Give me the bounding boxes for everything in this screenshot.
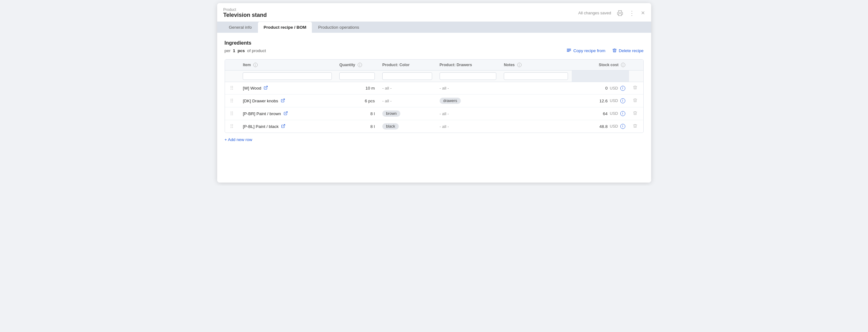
- qty-info-icon[interactable]: i: [358, 63, 362, 67]
- stock-cost-cell: 12.6 USD i: [572, 94, 629, 107]
- filter-drawers-cell: [436, 71, 500, 82]
- stock-info-circle[interactable]: i: [620, 98, 625, 103]
- stock-cost-cell: 64 USD i: [572, 107, 629, 120]
- delete-row-icon[interactable]: [633, 111, 638, 116]
- drawers-tag: drawers: [440, 98, 461, 104]
- filter-color-cell: [378, 71, 436, 82]
- stock-info-circle[interactable]: i: [620, 86, 625, 91]
- drag-handle[interactable]: ⠿: [229, 85, 236, 91]
- stock-info-circle[interactable]: i: [620, 111, 625, 116]
- color-tag: black: [382, 123, 399, 130]
- delete-cell: [629, 82, 643, 94]
- filter-drag-cell: [225, 71, 239, 82]
- filter-qty-input[interactable]: [339, 73, 375, 80]
- filter-stock-cell: [572, 71, 629, 82]
- drawers-all: - all -: [440, 86, 449, 90]
- stock-amount: 48.8: [599, 124, 608, 129]
- table-row: ⠿ [W] Wood 10 m- all -- all - 0 USD i: [225, 82, 643, 94]
- more-icon[interactable]: ⋮: [629, 9, 635, 17]
- drag-handle[interactable]: ⠿: [229, 123, 236, 130]
- filter-item-cell: [239, 71, 336, 82]
- drag-handle[interactable]: ⠿: [229, 111, 236, 117]
- save-status: All changes saved: [578, 10, 611, 15]
- color-all: - all -: [382, 86, 392, 90]
- quantity-value: 8 l: [370, 111, 375, 116]
- header-right: All changes saved ⋮ ✕: [578, 9, 645, 17]
- close-icon[interactable]: ✕: [641, 10, 645, 16]
- filter-actions-cell: [629, 71, 643, 82]
- notes-cell: [500, 107, 572, 120]
- drag-handle-cell: ⠿: [225, 120, 239, 133]
- svg-rect-0: [618, 13, 622, 16]
- app-window: Product Television stand All changes sav…: [217, 3, 651, 183]
- per-pcs-text: per 1 pcs of product: [225, 48, 266, 53]
- item-link-icon[interactable]: [283, 111, 288, 116]
- stock-usd: USD: [610, 99, 618, 103]
- delete-row-icon[interactable]: [633, 98, 638, 104]
- color-cell: - all -: [378, 94, 436, 107]
- svg-line-5: [266, 86, 267, 88]
- notes-cell: [500, 82, 572, 94]
- quantity-value: 6 pcs: [365, 99, 375, 103]
- stock-amount: 12.6: [599, 99, 608, 103]
- stock-info-circle[interactable]: i: [620, 124, 625, 129]
- tab-general-info[interactable]: General info: [223, 22, 258, 33]
- color-cell: - all -: [378, 82, 436, 94]
- th-item: Item i: [239, 60, 336, 71]
- notes-info-icon[interactable]: i: [517, 63, 522, 67]
- ingredients-table: Item i Quantity i Product: Color Product…: [225, 60, 643, 133]
- tab-production-operations[interactable]: Production operations: [312, 22, 365, 33]
- drag-handle-cell: ⠿: [225, 82, 239, 94]
- delete-cell: [629, 94, 643, 107]
- print-icon[interactable]: [617, 10, 623, 16]
- item-cell: [W] Wood: [239, 82, 336, 94]
- notes-cell: [500, 120, 572, 133]
- item-link-icon[interactable]: [281, 124, 285, 129]
- copy-recipe-button[interactable]: Copy recipe from: [566, 48, 606, 54]
- table-row: ⠿ [DK] Drawer knobs 6 pcs- all -drawers …: [225, 94, 643, 107]
- filter-color-input[interactable]: [382, 73, 432, 80]
- product-name: Television stand: [223, 12, 267, 19]
- delete-cell: [629, 120, 643, 133]
- recipe-actions: Copy recipe from Delete recipe: [566, 48, 643, 54]
- unit-value: pcs: [238, 48, 245, 53]
- tabs-bar: General info Product recipe / BOM Produc…: [217, 22, 651, 33]
- filter-qty-cell: [336, 71, 378, 82]
- filter-item-input[interactable]: [243, 73, 332, 80]
- item-cell: [P-BR] Paint / brown: [239, 107, 336, 120]
- th-color: Product: Color: [378, 60, 436, 71]
- item-link-icon[interactable]: [264, 85, 268, 91]
- stock-usd: USD: [610, 86, 618, 90]
- product-label: Product: [223, 7, 267, 12]
- filter-notes-input[interactable]: [504, 73, 568, 80]
- item-name: [W] Wood: [243, 86, 261, 90]
- tab-product-recipe[interactable]: Product recipe / BOM: [258, 22, 312, 33]
- ingredients-table-wrap: Item i Quantity i Product: Color Product…: [225, 59, 644, 133]
- quantity-cell: 8 l: [336, 107, 378, 120]
- delete-recipe-icon: [612, 48, 617, 54]
- delete-cell: [629, 107, 643, 120]
- th-notes: Notes i: [500, 60, 572, 71]
- header-left: Product Television stand: [223, 7, 267, 19]
- stock-info-icon[interactable]: i: [621, 63, 625, 67]
- delete-recipe-button[interactable]: Delete recipe: [612, 48, 644, 54]
- color-tag: brown: [382, 110, 400, 117]
- svg-line-6: [283, 99, 284, 101]
- copy-icon: [566, 48, 571, 54]
- delete-row-icon[interactable]: [633, 85, 638, 91]
- filter-drawers-input[interactable]: [440, 73, 497, 80]
- drawers-all: - all -: [440, 124, 449, 129]
- item-link-icon[interactable]: [281, 98, 285, 104]
- color-cell: black: [378, 120, 436, 133]
- item-info-icon[interactable]: i: [253, 63, 258, 67]
- quantity-value: 8 l: [370, 124, 375, 129]
- add-new-row-button[interactable]: + Add new row: [225, 137, 252, 142]
- filter-notes-cell: [500, 71, 572, 82]
- th-drawers: Product: Drawers: [436, 60, 500, 71]
- drawers-cell: - all -: [436, 107, 500, 120]
- per-pcs-row: per 1 pcs of product Copy recipe: [225, 48, 644, 54]
- delete-row-icon[interactable]: [633, 124, 638, 129]
- drag-handle[interactable]: ⠿: [229, 98, 236, 104]
- table-row: ⠿ [P-BR] Paint / brown 8 lbrown- all - 6…: [225, 107, 643, 120]
- color-all: - all -: [382, 99, 392, 103]
